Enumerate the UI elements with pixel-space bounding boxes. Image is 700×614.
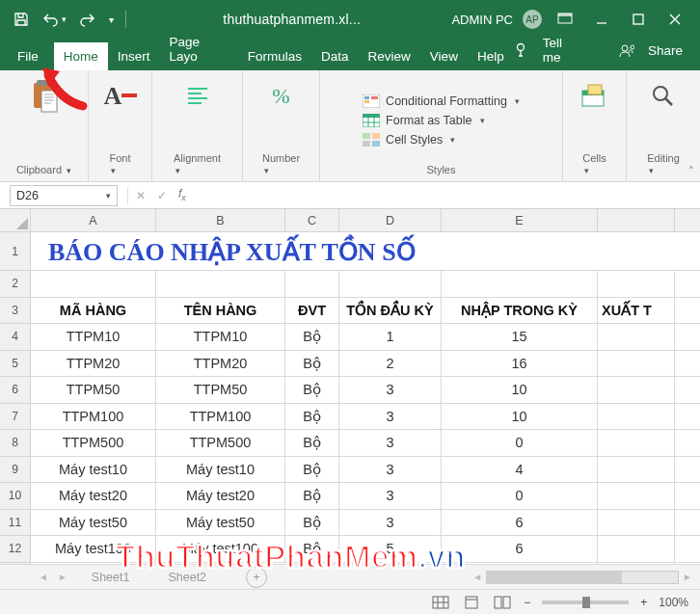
cell[interactable]: TTPM10 — [31, 324, 156, 350]
cell[interactable]: TTPM10 — [156, 324, 285, 350]
tab-page-layout[interactable]: Page Layo — [160, 28, 238, 70]
col-header[interactable]: E — [442, 209, 598, 231]
cell[interactable]: Máy test10 — [31, 457, 156, 483]
table-row[interactable]: TTPM500TTPM500Bộ30 — [31, 430, 700, 457]
tellme-label[interactable]: Tell me — [543, 36, 578, 65]
save-icon[interactable] — [6, 5, 37, 34]
cell[interactable]: 0 — [442, 483, 598, 509]
cell[interactable]: 3 — [339, 430, 442, 456]
tab-file[interactable]: File — [2, 42, 54, 70]
table-row[interactable]: Máy test10Máy test10Bộ34 — [31, 457, 700, 484]
format-as-table-button[interactable]: Format as Table▾ — [363, 112, 520, 129]
cell[interactable]: TTPM100 — [31, 404, 156, 430]
row-header[interactable]: 1 — [0, 232, 30, 271]
close-icon[interactable] — [661, 6, 688, 33]
col-header[interactable] — [598, 209, 675, 231]
table-row[interactable]: Máy test20Máy test20Bộ30 — [31, 483, 700, 510]
spreadsheet[interactable]: 1 2 3 4 5 6 7 8 9 10 11 12 A B C D E BÁO… — [0, 209, 700, 566]
cell[interactable]: 16 — [442, 351, 598, 377]
table-row[interactable]: TTPM20TTPM20Bộ216 — [31, 351, 700, 378]
cell[interactable]: 3 — [339, 510, 442, 536]
tab-review[interactable]: Review — [359, 42, 420, 70]
tab-view[interactable]: View — [420, 42, 468, 70]
horizontal-scrollbar[interactable] — [486, 571, 679, 584]
cell[interactable] — [598, 377, 675, 403]
cell[interactable]: 6 — [442, 510, 598, 536]
cell[interactable]: Bộ — [285, 377, 339, 403]
share-icon[interactable] — [619, 42, 634, 58]
normal-view-icon[interactable] — [431, 595, 450, 610]
select-all-triangle[interactable] — [0, 209, 31, 232]
fx-icon[interactable]: fx — [171, 187, 186, 202]
enter-formula-icon[interactable]: ✓ — [157, 189, 167, 202]
tab-home[interactable]: Home — [54, 42, 108, 70]
table-row[interactable]: TTPM10TTPM10Bộ115 — [31, 324, 700, 351]
sheet-nav-prev-icon[interactable]: ◄ — [39, 572, 48, 582]
name-box[interactable]: D26 ▾ — [10, 185, 118, 206]
cancel-formula-icon[interactable]: ✕ — [136, 189, 146, 202]
cells-button[interactable] — [577, 76, 613, 117]
cell[interactable]: 2 — [339, 351, 442, 377]
cell[interactable]: TTPM50 — [156, 377, 285, 403]
cell[interactable]: Bộ — [285, 324, 339, 350]
row-header[interactable]: 7 — [0, 404, 30, 431]
cell[interactable]: 15 — [442, 324, 598, 350]
zoom-level[interactable]: 100% — [659, 596, 688, 609]
cell[interactable]: Máy test20 — [31, 483, 156, 509]
col-header[interactable]: C — [285, 209, 339, 231]
cell[interactable]: 3 — [339, 404, 442, 430]
tab-data[interactable]: Data — [311, 42, 359, 70]
alignment-button[interactable] — [179, 76, 216, 117]
conditional-formatting-button[interactable]: Conditional Formatting▾ — [363, 93, 520, 110]
cell[interactable] — [598, 483, 675, 509]
cell[interactable] — [598, 324, 675, 350]
row-header[interactable]: 6 — [0, 377, 30, 404]
tab-insert[interactable]: Insert — [108, 42, 160, 70]
sheet-title-cell[interactable]: BÁO CÁO NHẬP XUẤT TỒN SỐ — [48, 232, 416, 271]
cell[interactable]: 3 — [339, 457, 442, 483]
editing-button[interactable] — [645, 76, 682, 117]
col-header[interactable]: D — [339, 209, 442, 231]
table-row[interactable]: TTPM100TTPM100Bộ310 — [31, 404, 700, 431]
cell[interactable]: 4 — [442, 457, 598, 483]
cell[interactable]: 10 — [442, 377, 598, 403]
tab-formulas[interactable]: Formulas — [238, 42, 311, 70]
row-header[interactable]: 9 — [0, 457, 30, 484]
row-header[interactable]: 8 — [0, 430, 30, 457]
zoom-out-icon[interactable]: − — [524, 596, 530, 609]
cell[interactable]: 1 — [339, 324, 442, 350]
col-header[interactable]: B — [156, 209, 285, 231]
cell[interactable]: 3 — [339, 377, 442, 403]
row-header[interactable]: 10 — [0, 483, 30, 510]
tellme-icon[interactable] — [514, 42, 529, 58]
table-header-row[interactable]: MÃ HÀNG TÊN HÀNG ĐVT TỒN ĐẦU KỲ NHẬP TRO… — [31, 298, 700, 325]
avatar[interactable]: AP — [523, 10, 542, 29]
cell[interactable]: TTPM100 — [156, 404, 285, 430]
cell[interactable]: Bộ — [285, 483, 339, 509]
row-header[interactable]: 12 — [0, 536, 30, 563]
cell[interactable]: Máy test20 — [156, 483, 285, 509]
cell[interactable] — [598, 457, 675, 483]
hscroll-left-icon[interactable]: ◄ — [472, 572, 482, 582]
cell[interactable]: TTPM50 — [31, 377, 156, 403]
cell[interactable]: Máy test50 — [31, 510, 156, 536]
cell[interactable] — [598, 351, 675, 377]
cell-styles-button[interactable]: Cell Styles▾ — [363, 131, 520, 148]
redo-icon[interactable] — [71, 5, 102, 34]
row-header[interactable]: 4 — [0, 324, 30, 351]
page-layout-view-icon[interactable] — [462, 595, 481, 610]
collapse-ribbon-icon[interactable]: ˄ — [688, 165, 694, 177]
cell[interactable] — [598, 404, 675, 430]
cell[interactable]: Bộ — [285, 351, 339, 377]
table-row[interactable]: Máy test50Máy test50Bộ36 — [31, 510, 700, 537]
user-name[interactable]: ADMIN PC — [451, 13, 513, 27]
cell[interactable]: Máy test10 — [156, 457, 285, 483]
page-break-view-icon[interactable] — [493, 595, 512, 610]
zoom-slider[interactable] — [542, 601, 629, 604]
qat-customize-icon[interactable]: ▾ — [104, 5, 118, 34]
zoom-in-icon[interactable]: + — [640, 596, 647, 609]
row-header[interactable]: 3 — [0, 298, 30, 325]
cell[interactable] — [598, 536, 675, 562]
hscroll-right-icon[interactable]: ► — [683, 572, 692, 582]
cell[interactable]: 10 — [442, 404, 598, 430]
